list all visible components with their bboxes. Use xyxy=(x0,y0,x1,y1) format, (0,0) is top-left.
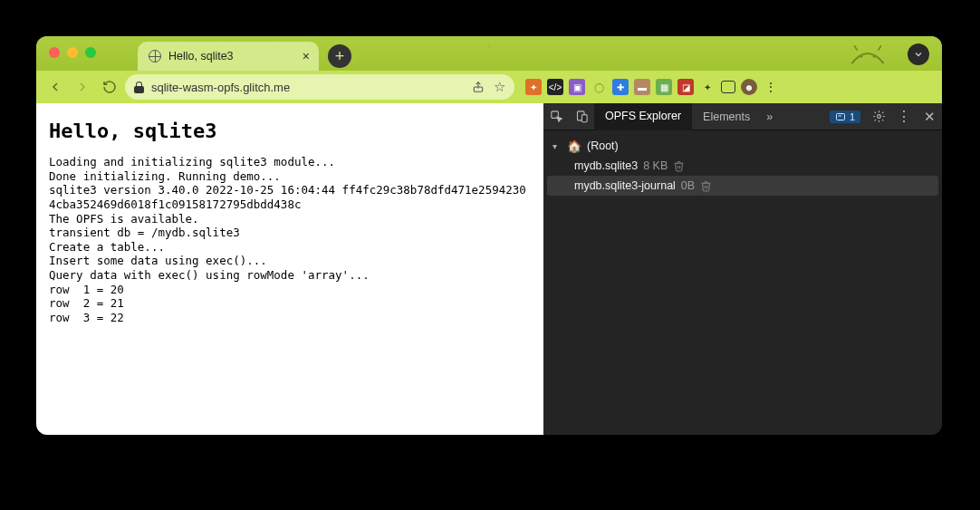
browser-window: Hello, sqlite3 × + sqlite-wasm-opfs.glit… xyxy=(36,36,942,435)
sidepanel-icon[interactable] xyxy=(721,81,735,93)
caret-down-icon: ▾ xyxy=(552,141,562,151)
extension-icon[interactable]: ◪ xyxy=(677,79,694,95)
inspect-element-icon[interactable] xyxy=(543,103,569,130)
new-tab-button[interactable]: + xyxy=(328,44,351,68)
console-log: Loading and initializing sqlite3 module.… xyxy=(49,155,531,325)
svg-rect-7 xyxy=(581,115,587,122)
devtools-toolbar: OPFS Explorer Elements » 1 ⋮ ✕ xyxy=(543,103,942,130)
tree-root[interactable]: ▾ 🏠 (Root) xyxy=(547,136,938,156)
device-toggle-icon[interactable] xyxy=(569,103,594,130)
tree-file-name: mydb.sqlite3 xyxy=(574,159,638,172)
extensions-menu-icon[interactable]: ✦ xyxy=(699,79,716,95)
tab-strip: Hello, sqlite3 × + xyxy=(36,36,942,71)
tree-file-size: 0B xyxy=(681,179,695,192)
opfs-tree: ▾ 🏠 (Root) mydb.sqlite3 8 KB mydb.sqlite… xyxy=(543,130,942,435)
extension-icon[interactable]: ▬ xyxy=(634,79,650,95)
svg-rect-8 xyxy=(836,113,844,120)
close-tab-button[interactable]: × xyxy=(303,49,310,63)
chrome-menu-icon[interactable]: ⋮ xyxy=(763,79,779,95)
globe-icon xyxy=(149,50,161,63)
extension-icon[interactable]: ✚ xyxy=(612,79,629,95)
extension-icon[interactable]: </> xyxy=(547,79,563,95)
address-bar[interactable]: sqlite-wasm-opfs.glitch.me ☆ xyxy=(125,74,514,100)
android-logo-icon xyxy=(848,40,888,67)
devtools-tab-elements[interactable]: Elements xyxy=(692,103,761,130)
tree-root-label: (Root) xyxy=(587,140,619,152)
extension-icon[interactable]: ✦ xyxy=(525,79,542,95)
extension-icon[interactable]: ▣ xyxy=(569,79,585,95)
close-window-button[interactable] xyxy=(49,47,60,58)
bookmark-star-icon[interactable]: ☆ xyxy=(494,79,505,95)
svg-point-1 xyxy=(873,55,876,58)
tree-file-size: 8 KB xyxy=(643,159,668,172)
tree-file-row[interactable]: mydb.sqlite3-journal 0B xyxy=(547,176,938,196)
devtools-settings-icon[interactable] xyxy=(866,103,891,130)
devtools-close-icon[interactable]: ✕ xyxy=(917,103,942,130)
reload-button[interactable] xyxy=(98,75,121,99)
tab-title: Hello, sqlite3 xyxy=(168,50,295,63)
devtools-tab-opfs[interactable]: OPFS Explorer xyxy=(594,103,692,130)
lock-icon xyxy=(134,82,144,93)
page-title: Hello, sqlite3 xyxy=(49,120,531,142)
home-icon: 🏠 xyxy=(567,140,581,153)
back-button[interactable] xyxy=(43,75,67,99)
svg-point-0 xyxy=(860,55,863,58)
svg-line-3 xyxy=(878,45,881,50)
tree-file-name: mydb.sqlite3-journal xyxy=(574,179,676,192)
svg-line-2 xyxy=(854,45,858,50)
extension-icon[interactable]: ▦ xyxy=(656,79,672,95)
content-split: Hello, sqlite3 Loading and initializing … xyxy=(36,103,942,435)
devtools-tab-more[interactable]: » xyxy=(761,103,778,130)
issues-badge[interactable]: 1 xyxy=(830,111,860,123)
browser-tab[interactable]: Hello, sqlite3 × xyxy=(138,42,319,71)
extension-icon[interactable]: ◯ xyxy=(591,79,607,95)
svg-point-10 xyxy=(877,115,880,119)
profile-avatar[interactable]: ☻ xyxy=(741,79,757,95)
user-menu-button[interactable] xyxy=(908,43,929,65)
devtools-panel: OPFS Explorer Elements » 1 ⋮ ✕ ▾ 🏠 (R xyxy=(543,103,942,435)
window-controls xyxy=(49,47,96,58)
trash-icon[interactable] xyxy=(673,160,685,172)
url-text: sqlite-wasm-opfs.glitch.me xyxy=(151,81,290,94)
share-icon[interactable] xyxy=(472,81,485,93)
devtools-menu-icon[interactable]: ⋮ xyxy=(891,103,917,130)
extensions-row: ✦ </> ▣ ◯ ✚ ▬ ▦ ◪ ✦ ☻ ⋮ xyxy=(525,79,779,95)
trash-icon[interactable] xyxy=(700,180,712,192)
page-content: Hello, sqlite3 Loading and initializing … xyxy=(36,103,543,435)
address-bar-row: sqlite-wasm-opfs.glitch.me ☆ ✦ </> ▣ ◯ ✚… xyxy=(36,71,942,103)
maximize-window-button[interactable] xyxy=(85,47,96,58)
forward-button[interactable] xyxy=(71,75,94,99)
tree-file-row[interactable]: mydb.sqlite3 8 KB xyxy=(547,156,938,176)
minimize-window-button[interactable] xyxy=(67,47,78,58)
